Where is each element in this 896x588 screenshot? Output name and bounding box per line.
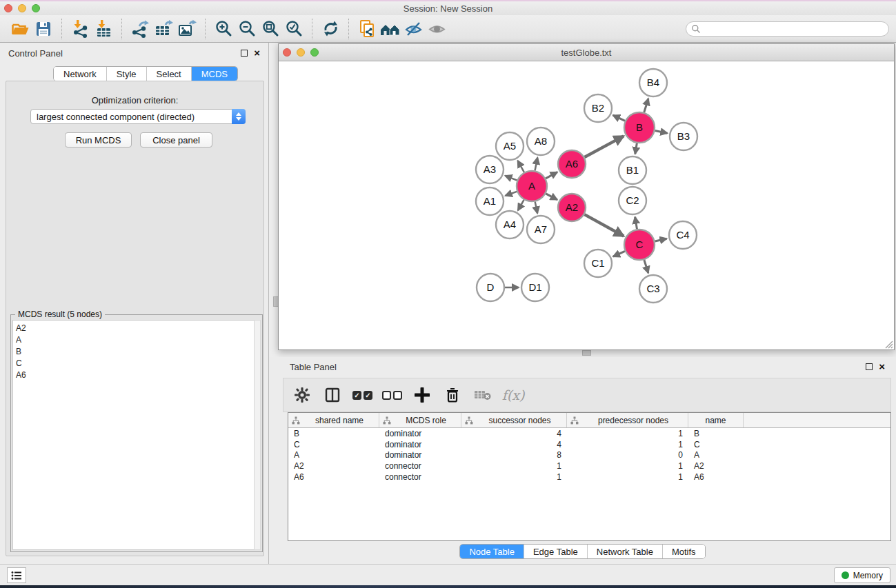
table-cell[interactable]: 4 [461,440,567,449]
show-eye-button[interactable] [426,19,449,39]
table-cell[interactable]: 1 [567,472,688,482]
show-log-button[interactable] [7,567,26,583]
column-header-MCDS-role[interactable]: MCDS role [379,413,461,427]
table-cell[interactable]: dominator [379,450,461,460]
desktop-horizontal-scrollbar[interactable] [582,350,591,356]
graph-edge-A2-C[interactable] [584,214,624,236]
graph-node-D[interactable]: D [477,274,504,301]
graph-node-C[interactable]: C [624,230,655,260]
deselect-all-button[interactable] [382,391,402,400]
column-header-shared-name[interactable]: shared name [288,413,379,427]
graph-node-A8[interactable]: A8 [527,128,555,155]
graph-edge-A-A3[interactable] [505,176,517,181]
graph-edge-A-A8[interactable] [535,158,538,171]
show-columns-button[interactable] [322,385,343,405]
graph-edge-B-B4[interactable] [644,99,648,112]
graph-node-B2[interactable]: B2 [584,94,612,122]
mcds-result-item[interactable]: A6 [16,369,255,381]
mcds-result-item[interactable]: C [16,358,255,369]
graph-node-B1[interactable]: B1 [619,156,646,184]
network-canvas[interactable]: ABCA6A2A1A3A4A5A7A8B1B2B3B4C1C2C3C4DD1 [279,61,894,349]
graph-node-A5[interactable]: A5 [496,132,524,160]
close-window-button[interactable] [4,4,12,12]
column-header-name[interactable]: name [688,413,744,427]
table-cell[interactable]: 1 [461,472,567,482]
column-header-successor-nodes[interactable]: successor nodes [461,413,567,427]
table-row[interactable]: A6connector11A6 [288,472,890,483]
zoom-selected-button[interactable] [282,19,306,39]
tab-node-table[interactable]: Node Table [460,545,524,558]
graph-edge-C-C3[interactable] [644,260,648,273]
delete-column-button[interactable] [442,385,463,405]
export-table-button[interactable] [152,19,175,39]
tab-network[interactable]: Network [54,67,107,81]
network-window-titlebar[interactable]: testGlobe.txt [279,44,894,61]
tab-style[interactable]: Style [107,67,147,81]
network-close-button[interactable] [283,48,291,57]
table-cell[interactable]: 1 [567,461,688,471]
clone-network-button[interactable] [355,19,379,39]
export-image-button[interactable] [175,19,199,39]
graph-edge-A-A5[interactable] [518,161,524,172]
zoom-out-button[interactable] [235,19,259,39]
graph-node-A7[interactable]: A7 [527,216,555,243]
select-all-button[interactable]: ✓ ✓ [352,391,372,400]
table-cell[interactable]: A6 [288,472,379,482]
export-network-button[interactable] [128,19,152,39]
graph-edge-B-B3[interactable] [655,131,668,134]
hide-panels-button[interactable] [402,19,426,39]
graph-edge-A-A6[interactable] [546,172,557,179]
graph-node-B4[interactable]: B4 [639,69,667,97]
table-settings-button[interactable] [292,385,312,405]
close-table-panel-icon[interactable]: × [879,363,885,370]
graph-edge-A-A7[interactable] [535,202,538,214]
table-cell[interactable]: dominator [379,429,461,438]
graph-edge-C-C1[interactable] [613,251,625,256]
graph-node-A2[interactable]: A2 [558,194,586,221]
table-cell[interactable]: A2 [288,461,379,471]
table-cell[interactable]: A [288,450,379,460]
table-cell[interactable]: A [688,450,744,460]
table-row[interactable]: Cdominator41C [288,439,890,450]
tab-network-table[interactable]: Network Table [588,545,663,558]
table-cell[interactable]: C [688,440,744,449]
node-table[interactable]: shared nameMCDS rolesuccessor nodesprede… [288,412,891,541]
table-cell[interactable]: A6 [688,472,744,482]
table-cell[interactable]: 1 [461,461,567,471]
column-header-predecessor-nodes[interactable]: predecessor nodes [567,413,688,427]
table-row[interactable]: Bdominator41B [288,428,890,439]
run-mcds-button[interactable]: Run MCDS [65,132,132,148]
graph-node-A4[interactable]: A4 [496,211,524,239]
table-cell[interactable]: 1 [567,429,688,438]
network-maximize-button[interactable] [310,48,319,57]
mcds-result-list[interactable]: A2ABCA6 [12,320,255,550]
table-cell[interactable]: dominator [379,440,461,449]
table-cell[interactable]: A2 [688,461,744,471]
table-cell[interactable]: connector [379,461,461,471]
import-table-button[interactable] [92,19,115,39]
window-resize-grip[interactable] [884,340,893,349]
table-row[interactable]: Adominator80A [288,450,890,461]
tab-motifs[interactable]: Motifs [663,545,705,558]
close-panel-icon[interactable]: × [254,50,260,57]
table-cell[interactable]: 8 [461,450,567,460]
table-row[interactable]: A2connector11A2 [288,460,890,472]
network-minimize-button[interactable] [297,48,305,57]
graph-node-B[interactable]: B [624,112,655,143]
refresh-view-button[interactable] [319,19,342,39]
criterion-dropdown[interactable]: largest connected component (directed) [30,109,246,124]
table-cell[interactable]: 0 [567,450,688,460]
graph-edge-B-B2[interactable] [613,115,625,121]
minimize-window-button[interactable] [18,4,26,12]
graph-node-C3[interactable]: C3 [639,275,667,303]
graph-node-A3[interactable]: A3 [476,156,504,183]
mcds-result-item[interactable]: B [16,346,255,358]
graph-edge-A6-B[interactable] [584,136,624,157]
function-builder-button[interactable]: f(x) [503,385,524,405]
tab-mcds[interactable]: MCDS [192,67,237,81]
result-list-scrollbar[interactable] [254,320,261,550]
graph-edge-B-B1[interactable] [635,143,637,154]
table-cell[interactable]: C [288,440,379,449]
graph-node-A6[interactable]: A6 [558,150,586,178]
memory-button[interactable]: Memory [834,567,890,583]
